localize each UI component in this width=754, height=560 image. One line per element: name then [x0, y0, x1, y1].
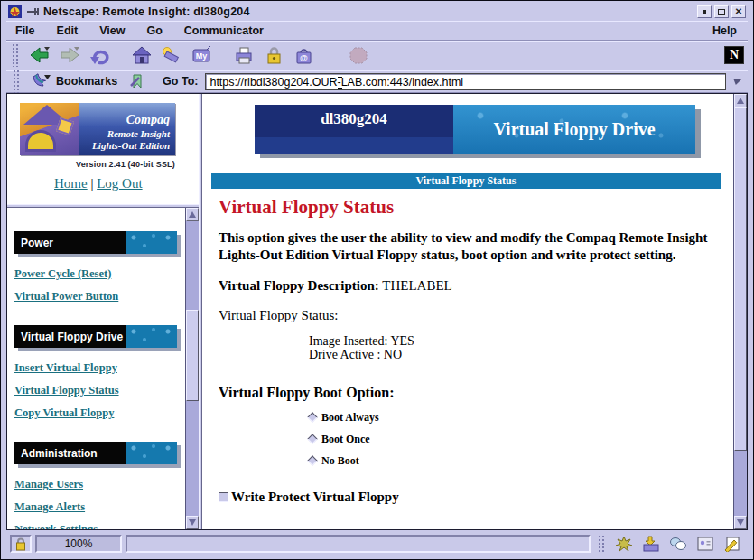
page-heading: Virtual Floppy Status	[219, 196, 733, 219]
url-text: https://ribdl380g204.OUR-LAB.com:443/ind…	[209, 76, 463, 89]
session-nav: Home | Log Out	[54, 176, 199, 191]
scrollbar-thumb[interactable]	[186, 310, 199, 401]
logout-link[interactable]: Log Out	[97, 176, 142, 191]
close-button[interactable]: ✕	[731, 5, 746, 18]
menu-help[interactable]: Help	[712, 24, 737, 37]
chevron-down-icon	[731, 79, 741, 85]
description-label: Virtual Floppy Description:	[219, 278, 379, 293]
virtual-floppy-header: Virtual Floppy Drive	[14, 325, 177, 348]
search-icon	[161, 45, 182, 65]
menu-view[interactable]: View	[99, 24, 125, 37]
navigator-button[interactable]	[612, 535, 636, 553]
statusbar-grip[interactable]	[598, 535, 605, 553]
my-netscape-button[interactable]: My	[188, 43, 215, 67]
bookmark-quickfile-icon[interactable]	[31, 73, 52, 89]
mailbox-button[interactable]	[639, 535, 663, 553]
arrow-down-icon	[737, 519, 744, 526]
radio-boot-always[interactable]	[307, 413, 317, 423]
svg-text:My: My	[196, 51, 208, 61]
maximize-button[interactable]	[714, 5, 729, 18]
sidebar-item-network-settings[interactable]: Network Settings	[14, 523, 185, 529]
scroll-up-button[interactable]	[186, 208, 199, 221]
security-status[interactable]	[10, 535, 32, 553]
reload-icon	[88, 45, 110, 65]
scroll-down-button[interactable]	[734, 516, 747, 529]
status-values: Image Inserted: YES Drive Active : NO	[309, 334, 733, 362]
status-label: Virtual Floppy Status:	[219, 308, 733, 323]
status-message-area	[126, 535, 591, 553]
logo-brand: Compaq	[79, 113, 170, 127]
composer-button[interactable]	[721, 535, 744, 553]
scroll-up-button[interactable]	[734, 94, 747, 107]
server-name-banner: dl380g204	[255, 105, 453, 154]
stop-button[interactable]	[345, 43, 372, 67]
title-bar[interactable]: Netscape: Remote Insight: dl380g204 ✕	[6, 3, 748, 21]
url-input[interactable]: https://ribdl380g204.OUR-LAB.com:443/ind…	[205, 73, 726, 90]
locationbar-grip[interactable]	[13, 70, 20, 93]
search-button[interactable]	[158, 43, 185, 67]
forward-icon	[59, 45, 80, 65]
menu-file[interactable]: File	[15, 24, 35, 37]
reload-button[interactable]	[86, 43, 113, 67]
write-protect-checkbox[interactable]	[219, 492, 228, 502]
back-button[interactable]	[26, 43, 53, 67]
scroll-down-button[interactable]	[186, 516, 199, 529]
boot-always-label: Boot Always	[321, 411, 379, 425]
home-button[interactable]	[128, 43, 155, 67]
version-label: Version 2.41 (40-bit SSL)	[20, 160, 175, 169]
section-power: Power Power Cycle (Reset) Virtual Power …	[14, 231, 185, 303]
drive-active-value: Drive Active : NO	[309, 348, 733, 361]
my-netscape-icon: My	[191, 45, 212, 65]
scrollbar-track[interactable]	[186, 221, 199, 516]
compaq-remote-insight-logo: Compaq Remote Insight Lights-Out Edition	[20, 103, 175, 155]
bookmarks-button[interactable]: Bookmarks	[56, 75, 117, 88]
radio-no-boot[interactable]	[307, 456, 317, 466]
address-book-button[interactable]	[693, 535, 717, 553]
toolbar-grip[interactable]	[12, 43, 19, 67]
sidebar-item-manage-users[interactable]: Manage Users	[14, 478, 185, 491]
nav-separator: |	[90, 176, 93, 191]
logo-frame: Compaq Remote Insight Lights-Out Edition…	[7, 94, 199, 204]
scrollbar-track[interactable]	[734, 107, 747, 516]
forward-button[interactable]	[56, 43, 83, 67]
sidebar-item-insert-virtual-floppy[interactable]: Insert Virtual Floppy	[14, 361, 185, 375]
menu-go[interactable]: Go	[146, 24, 162, 37]
sidebar-item-power-cycle[interactable]: Power Cycle (Reset)	[14, 267, 185, 281]
minimize-icon	[703, 10, 706, 14]
no-boot-option[interactable]: No Boot	[309, 455, 733, 466]
boot-once-option[interactable]: Boot Once	[309, 434, 733, 444]
radio-boot-once[interactable]	[307, 434, 317, 444]
sidebar-item-manage-alerts[interactable]: Manage Alerts	[14, 500, 185, 514]
boot-once-label: Boot Once	[321, 433, 370, 446]
arrow-up-icon	[737, 98, 744, 104]
power-header: Power	[14, 231, 177, 254]
window-title: Netscape: Remote Insight: dl380g204	[43, 5, 250, 18]
menu-communicator[interactable]: Communicator	[184, 24, 264, 37]
print-button[interactable]	[230, 43, 257, 67]
sidebar-item-copy-virtual-floppy[interactable]: Copy Virtual Floppy	[14, 406, 185, 420]
shop-button[interactable]: @	[290, 43, 317, 67]
main-scrollbar[interactable]	[733, 94, 747, 529]
netscape-pinwheel-icon	[8, 5, 22, 18]
security-button[interactable]	[260, 43, 287, 67]
sidebar-column: Compaq Remote Insight Lights-Out Edition…	[7, 94, 199, 529]
menu-edit[interactable]: Edit	[57, 24, 79, 37]
boot-always-option[interactable]: Boot Always	[309, 412, 733, 423]
arrow-down-icon	[189, 519, 196, 526]
sidebar-item-virtual-floppy-status[interactable]: Virtual Floppy Status	[14, 384, 185, 397]
mailbox-icon	[642, 536, 660, 552]
logo-product: Remote Insight	[79, 128, 170, 139]
scrollbar-thumb[interactable]	[734, 107, 747, 451]
sidebar-item-virtual-power-button[interactable]: Virtual Power Button	[14, 290, 185, 303]
minimize-button[interactable]	[697, 5, 712, 18]
menu-bar: File Edit View Go Communicator Help	[6, 21, 748, 41]
netscape-logo[interactable]: N	[724, 46, 744, 64]
print-icon	[233, 45, 255, 65]
composer-icon	[723, 536, 741, 552]
write-protect-option[interactable]: Write Protect Virtual Floppy	[219, 490, 733, 505]
home-link[interactable]: Home	[54, 176, 88, 191]
url-history-dropdown[interactable]	[730, 73, 743, 90]
sidebar-scrollbar[interactable]	[185, 208, 199, 529]
discussions-button[interactable]	[666, 535, 690, 553]
page-proxy-icon[interactable]	[128, 73, 146, 89]
